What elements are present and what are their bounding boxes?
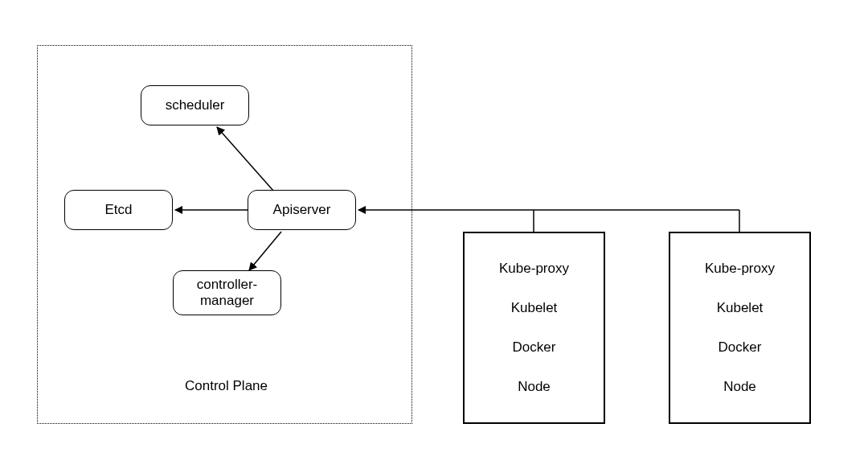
svg-line-2 <box>249 232 281 270</box>
svg-line-0 <box>217 127 273 191</box>
connectors <box>0 0 868 473</box>
diagram-canvas: Control Plane scheduler Etcd Apiserver c… <box>0 0 868 473</box>
